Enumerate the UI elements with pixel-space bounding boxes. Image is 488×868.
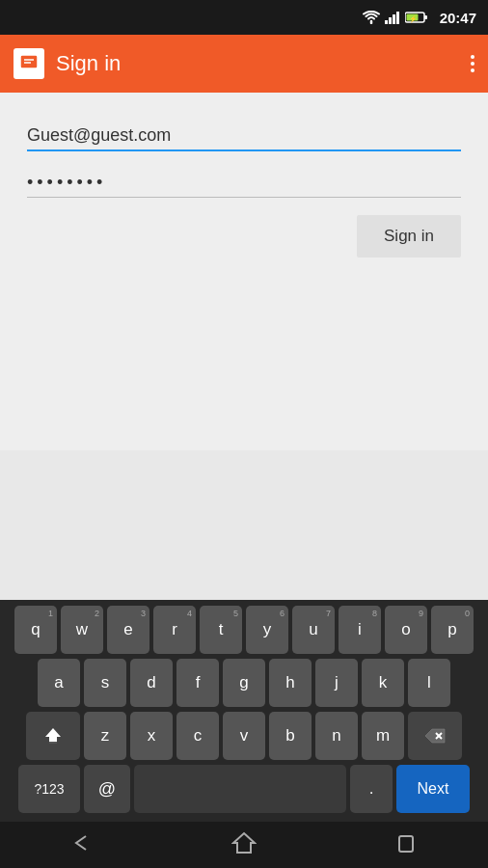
sign-in-button[interactable]: Sign in: [357, 215, 461, 258]
key-f[interactable]: f: [176, 659, 219, 707]
status-bar: ⚡ 20:47: [0, 0, 488, 35]
app-logo: [14, 48, 44, 79]
key-y[interactable]: 6y: [246, 606, 288, 654]
key-a[interactable]: a: [38, 659, 80, 707]
more-dot-3: [471, 68, 474, 72]
key-x[interactable]: x: [130, 712, 173, 760]
key-s[interactable]: s: [84, 659, 126, 707]
svg-rect-3: [396, 12, 399, 24]
key-v[interactable]: v: [223, 712, 265, 760]
key-e[interactable]: 3e: [107, 606, 149, 654]
key-k[interactable]: k: [362, 659, 404, 707]
svg-rect-5: [424, 15, 427, 19]
key-m[interactable]: m: [362, 712, 404, 760]
home-button[interactable]: [231, 831, 257, 858]
form-area: Sign in: [0, 93, 488, 277]
app-title: Sign in: [56, 51, 121, 76]
nav-bar: [0, 822, 488, 868]
email-input[interactable]: [27, 122, 461, 151]
key-c[interactable]: c: [176, 712, 219, 760]
keyboard-row-3: z x c v b n m: [2, 712, 486, 760]
key-u[interactable]: 7u: [292, 606, 335, 654]
key-j[interactable]: j: [315, 659, 358, 707]
shift-key[interactable]: [26, 712, 80, 760]
key-p[interactable]: 0p: [431, 606, 474, 654]
at-key[interactable]: @: [84, 765, 130, 813]
svg-rect-2: [393, 14, 395, 24]
key-q[interactable]: 1q: [14, 606, 57, 654]
more-dot-2: [471, 62, 474, 66]
space-key[interactable]: [134, 765, 346, 813]
status-time: 20:47: [440, 10, 476, 26]
next-key[interactable]: Next: [396, 765, 470, 813]
more-dot-1: [471, 55, 474, 59]
key-t[interactable]: 5t: [200, 606, 242, 654]
svg-rect-14: [49, 742, 57, 744]
symbols-key[interactable]: ?123: [18, 765, 80, 813]
keyboard-row-2: a s d f g h j k l: [2, 659, 486, 707]
email-field-container: [27, 122, 461, 151]
battery-icon: ⚡: [405, 11, 428, 24]
svg-rect-18: [399, 836, 413, 852]
key-g[interactable]: g: [223, 659, 265, 707]
key-d[interactable]: d: [130, 659, 173, 707]
keyboard-row-1: 1q 2w 3e 4r 5t 6y 7u 8i 9o 0p: [2, 606, 486, 654]
svg-rect-0: [385, 20, 388, 24]
key-w[interactable]: 2w: [61, 606, 103, 654]
status-icons: ⚡: [363, 11, 428, 24]
wifi-icon: [363, 11, 380, 24]
svg-text:⚡: ⚡: [409, 14, 418, 23]
key-b[interactable]: b: [269, 712, 312, 760]
svg-rect-1: [389, 17, 392, 24]
backspace-key[interactable]: [408, 712, 462, 760]
key-l[interactable]: l: [408, 659, 450, 707]
recents-button[interactable]: [395, 831, 419, 858]
app-bar: Sign in: [0, 35, 488, 93]
key-i[interactable]: 8i: [339, 606, 381, 654]
back-button[interactable]: [69, 831, 93, 858]
form-actions: Sign in: [27, 215, 461, 258]
key-h[interactable]: h: [269, 659, 312, 707]
key-z[interactable]: z: [84, 712, 126, 760]
more-options-button[interactable]: [471, 55, 474, 72]
keyboard-row-4: ?123 @ . Next: [2, 765, 486, 813]
app-bar-left: Sign in: [14, 48, 121, 79]
key-o[interactable]: 9o: [385, 606, 427, 654]
password-field-container: [27, 169, 461, 198]
svg-rect-8: [20, 55, 38, 68]
keyboard: 1q 2w 3e 4r 5t 6y 7u 8i 9o 0p a s d f g …: [0, 600, 488, 822]
key-r[interactable]: 4r: [153, 606, 196, 654]
period-key[interactable]: .: [350, 765, 393, 813]
signal-icon: [385, 11, 400, 24]
svg-marker-13: [45, 728, 61, 744]
key-n[interactable]: n: [315, 712, 358, 760]
middle-space: [0, 277, 488, 450]
password-input[interactable]: [27, 169, 461, 198]
svg-marker-17: [233, 833, 255, 853]
